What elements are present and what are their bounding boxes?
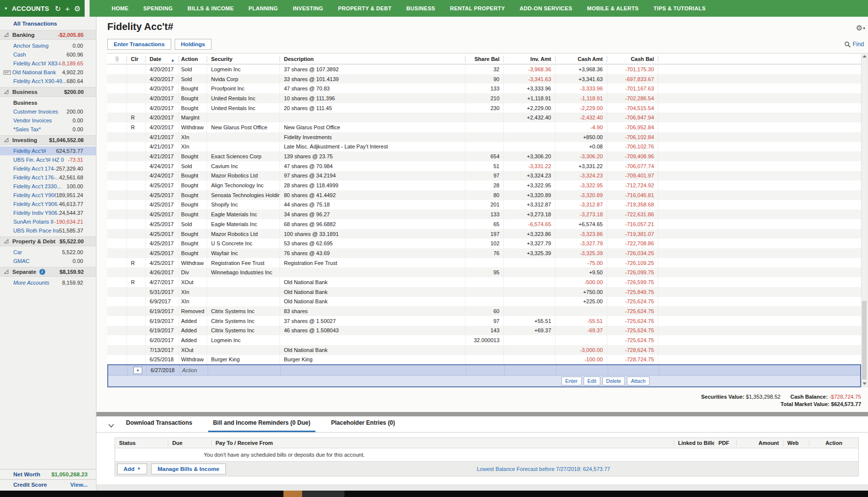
sidebar-account-cash[interactable]: Cash600.96	[0, 50, 96, 59]
refresh-icon[interactable]: ↻	[55, 5, 61, 12]
entry-dropdown-button[interactable]: ▼	[133, 367, 142, 374]
column-header-action[interactable]: Action	[179, 56, 207, 62]
register-row[interactable]: 4/21/2017BoughtExact Sciences Corp139 sh…	[107, 151, 861, 161]
reminders-column-pdf[interactable]: PDF	[714, 440, 736, 446]
sidebar-account-fidelity-acc-t-176[interactable]: Fidelity Acc't 176-...42,561.68	[0, 173, 96, 182]
accounts-caret-down-icon[interactable]: ▼	[4, 6, 8, 11]
reminders-column-status[interactable]: Status	[115, 440, 168, 446]
lowest-balance-forecast-link[interactable]: Lowest Balance Forecast before 7/27/2018…	[477, 466, 610, 472]
sidebar-section-separate[interactable]: Separatei$8,159.92	[0, 267, 96, 277]
credit-score-view-link[interactable]: View...	[70, 482, 88, 488]
column-header-date[interactable]: Date▲	[145, 56, 179, 62]
register-row[interactable]: 4/26/2017DivWinnebago Industries Inc95+9…	[107, 267, 861, 277]
register-row[interactable]: R4/20/2017MargInt+2,432.40-2,432.40-706,…	[107, 113, 861, 122]
sidebar-account-fidelity-acc-t-174[interactable]: Fidelity Acc't 174-...257,329.40	[0, 164, 96, 173]
register-row[interactable]: 4/20/2017BoughtUnited Rentals Inc20 shar…	[107, 103, 861, 113]
net-worth-row[interactable]: Net Worth $1,050,268.23	[0, 469, 96, 479]
reminders-column-action[interactable]: Action	[809, 440, 858, 446]
add-account-icon[interactable]: +	[65, 5, 70, 12]
enter-button[interactable]: Enter	[561, 377, 582, 385]
add-reminder-button[interactable]: Add▼	[117, 464, 147, 474]
register-row[interactable]: 4/24/2017BoughtMazor Robotics Ltd97 shar…	[107, 171, 861, 181]
sidebar-section-business[interactable]: Business$200.00	[0, 87, 96, 97]
enter-transactions-button[interactable]: Enter Transactions	[107, 39, 171, 50]
register-row[interactable]: 4/20/2017BoughtUnited Rentals Inc10 shar…	[107, 93, 861, 103]
sidebar-account-car[interactable]: Car5,522.00	[0, 248, 96, 257]
nav-item-business[interactable]: BUSINESS	[399, 0, 443, 17]
register-row[interactable]: R4/27/2017XOutOld National Bank-500.00-7…	[107, 277, 861, 287]
nav-item-rental-property[interactable]: RENTAL PROPERTY	[442, 0, 512, 17]
reminders-column-linked-to-biller[interactable]: Linked to Biller	[674, 440, 714, 446]
register-row[interactable]: 4/25/2017BoughtMazor Robotics Ltd100 sha…	[107, 229, 861, 239]
reminders-column-due[interactable]: Due	[168, 440, 211, 446]
register-row[interactable]: 4/25/2017SoldEagle Materials Inc68 share…	[107, 219, 861, 229]
reminders-column-amount[interactable]: Amount	[736, 440, 783, 446]
register-row[interactable]: 4/21/2017XInFidelity Investments+850.00-…	[107, 132, 861, 142]
nav-item-home[interactable]: HOME	[104, 0, 136, 17]
delete-button[interactable]: Delete	[602, 377, 625, 385]
collapse-chevron-icon[interactable]	[108, 424, 114, 428]
edit-button[interactable]: Edit	[584, 377, 600, 385]
register-row[interactable]: 4/21/2017XInLate Misc. Adjkustment - Lat…	[107, 142, 861, 152]
sidebar-account-gmac[interactable]: GMAC0.00	[0, 257, 96, 265]
sidebar-account-sales-tax[interactable]: *Sales Tax*0.00	[0, 125, 96, 134]
tab-bill-and-income-reminders-0-due[interactable]: Bill and Income Reminders (0 Due)	[208, 419, 315, 432]
register-row[interactable]: 6/19/2017RemovedCitrix Systems Inc83 sha…	[107, 306, 861, 316]
register-row[interactable]: 4/25/2017BoughtWayfair Inc76 shares @ 43…	[107, 248, 861, 258]
manage-bills-income-button[interactable]: Manage Bills & Income	[151, 464, 225, 474]
column-header-share-bal[interactable]: Share Bal	[465, 56, 503, 62]
register-row[interactable]: 6/19/2017AddedCitrix Systems Inc37 share…	[107, 316, 861, 326]
attachment-column-header[interactable]	[107, 56, 126, 62]
scroll-down-icon[interactable]	[863, 382, 867, 385]
register-row[interactable]: 6/9/2017XInOld National Bank+225.00-725,…	[107, 297, 861, 307]
register-scrollbar[interactable]	[861, 53, 868, 387]
scroll-up-icon[interactable]	[863, 55, 867, 58]
find-button[interactable]: Find	[844, 41, 864, 48]
sidebar-section-property-debt[interactable]: Property & Debt$5,522.00	[0, 236, 96, 246]
register-row[interactable]: 4/25/2017BoughtSensata Technologies Hold…	[107, 190, 861, 200]
register-row[interactable]: 4/25/2017BoughtU S Concrete Inc53 shares…	[107, 238, 861, 248]
register-row[interactable]: 4/25/2017BoughtShopify Inc44 shares @ 75…	[107, 200, 861, 210]
sidebar-account-more-accounts[interactable]: More Accounts8,159.92	[0, 278, 96, 287]
sidebar-account-ubs-roth-pace-ira[interactable]: UBS Roth Pace Ira ...51,585.37	[0, 226, 96, 235]
accounts-gear-icon[interactable]: ⚙	[74, 5, 81, 12]
credit-score-row[interactable]: Credit Score View...	[0, 479, 96, 490]
nav-item-tips-tutorials[interactable]: TIPS & TUTORIALS	[646, 0, 713, 17]
nav-item-property-debt[interactable]: PROPERTY & DEBT	[331, 0, 399, 17]
nav-item-mobile-alerts[interactable]: MOBILE & ALERTS	[580, 0, 646, 17]
register-row[interactable]: 4/25/2017BoughtEagle Materials Inc34 sha…	[107, 209, 861, 219]
sidebar-account-fidelity-acc-t-y906[interactable]: Fidelity Acc't Y906...189,951.24	[0, 191, 96, 200]
sidebar-account-vendor-invoices[interactable]: Vendor Invoices0.00	[0, 116, 96, 125]
sidebar-account-sunam-polaris-ii-p[interactable]: SunAm Polaris II P...-190,634.21	[0, 217, 96, 226]
holdings-button[interactable]: Holdings	[175, 39, 212, 50]
entry-date-field[interactable]: 6/27/2018	[146, 365, 180, 375]
entry-row-selected[interactable]: ▼ 6/27/2018 Action EnterEditDeleteAttach	[107, 364, 861, 387]
accounts-header-bar[interactable]: ▼ ACCOUNTS ↻ + ⚙	[0, 0, 85, 17]
sidebar-section-investing[interactable]: Investing$1,046,552.08	[0, 135, 96, 145]
register-row[interactable]: 4/20/2017SoldLogmein Inc37 shares @ 107.…	[107, 64, 861, 74]
sidebar-account-fidelity-acc-t-y906[interactable]: Fidelity Acc't Y906...46,613.77	[0, 200, 96, 208]
panel-splitter[interactable]	[96, 412, 868, 416]
register-row[interactable]: 6/25/2018WithdrawBurger KingBurger King-…	[107, 355, 861, 365]
register-row[interactable]: 6/20/2017AddedLogmein Inc32.000013-725,6…	[107, 335, 861, 345]
register-row[interactable]: 4/20/2017SoldNvida Corp33 shares @ 101.4…	[107, 74, 861, 84]
sidebar-account-fidelity-indiv-y906[interactable]: Fidelity Indiv Y906...24,544.37	[0, 208, 96, 217]
taskbar[interactable]	[0, 491, 868, 497]
nav-item-add-on-services[interactable]: ADD-ON SERVICES	[512, 0, 580, 17]
register-row[interactable]: 7/13/2017XOutOld National Bank-3,000.00-…	[107, 345, 861, 355]
sidebar-section-banking[interactable]: Banking-$2,005.85	[0, 30, 96, 40]
sidebar-account-fidelity-acc-t[interactable]: Fidelity Acc't#624,573.77	[0, 146, 96, 155]
sidebar-account-fidelity-acc-t-x90-49[interactable]: Fidelity Acc't X90-49...680.64	[0, 77, 96, 86]
nav-item-bills-income[interactable]: BILLS & INCOME	[180, 0, 241, 17]
sidebar-account-anchor-saving[interactable]: Anchor Saving0.00	[0, 41, 96, 50]
sidebar-item-all-transactions[interactable]: All Transactions	[0, 17, 96, 29]
column-header-security[interactable]: Security	[207, 56, 279, 62]
register-row[interactable]: 4/20/2017BoughtProofpoint Inc47 shares @…	[107, 84, 861, 93]
reminders-column-pay-to-receive-from[interactable]: Pay To / Receive From	[211, 440, 674, 446]
entry-action-field[interactable]: Action	[180, 365, 208, 375]
column-header-clr[interactable]: Clr	[126, 56, 145, 62]
register-row[interactable]: 5/31/2017XInOld National Bank+750.00-725…	[107, 287, 861, 297]
taskbar-app-icon[interactable]	[283, 491, 302, 497]
column-header-cash-bal[interactable]: Cash Bal	[607, 56, 658, 62]
register-row[interactable]: R4/25/2017WithdrawRegistration Fee Trust…	[107, 258, 861, 268]
